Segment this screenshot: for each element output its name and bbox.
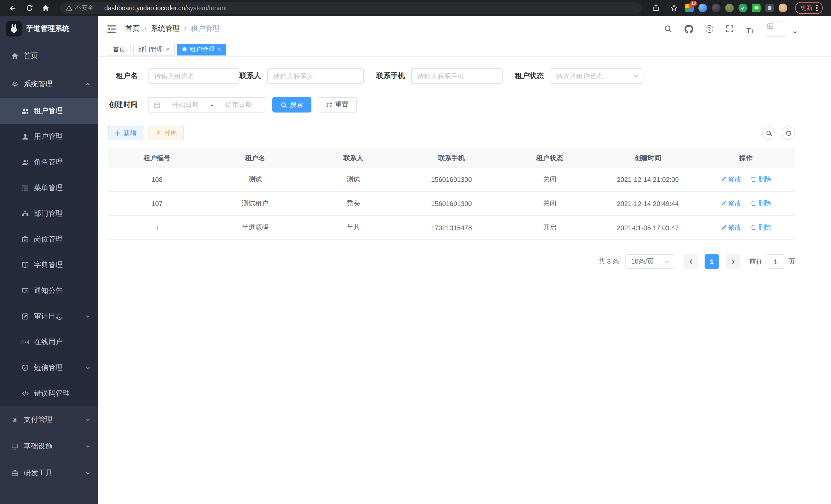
sidebar-item-audit-log[interactable]: 审计日志 — [0, 304, 98, 329]
chevron-down-icon — [85, 365, 90, 370]
tab-label: 租户管理 — [190, 45, 214, 54]
sidebar-item-tenant-management[interactable]: 租户管理 — [0, 98, 98, 124]
sidebar-item-dept-management[interactable]: 部门管理 — [0, 201, 98, 227]
breadcrumb-item[interactable]: 系统管理 — [151, 24, 180, 33]
sidebar-item-notice[interactable]: 通知公告 — [0, 278, 98, 304]
edit-link[interactable]: 修改 — [720, 175, 741, 184]
browser-update-button[interactable]: 更新 — [795, 2, 823, 14]
tab-label: 首页 — [113, 45, 125, 54]
goto-page-input[interactable] — [767, 254, 784, 269]
extension-icon-4[interactable] — [725, 4, 734, 12]
sidebar-item-post-management[interactable]: 岗位管理 — [0, 227, 98, 252]
extension-icon-1[interactable]: 10 — [685, 4, 694, 12]
delete-link[interactable]: 删除 — [751, 223, 772, 232]
address-bar[interactable]: 不安全 dashboard.yudao.iocoder.cn /system/t… — [60, 2, 642, 14]
share-icon[interactable] — [649, 2, 662, 14]
chevron-down-icon — [85, 417, 90, 422]
help-icon[interactable]: ? — [704, 24, 714, 34]
url-host: dashboard.yudao.iocoder.cn — [104, 4, 185, 11]
sidebar-item-dev-tools[interactable]: 研发工具 — [0, 460, 98, 486]
extension-badge: 10 — [690, 1, 697, 6]
sidebar-item-menu-management[interactable]: 菜单管理 — [0, 175, 98, 201]
tab-dept-management[interactable]: 部门管理 × — [133, 43, 175, 55]
search-button[interactable]: 搜索 — [273, 97, 311, 113]
tenant-table: 租户编号 租户名 联系人 联系手机 租户状态 创建时间 操作 108 测试 — [108, 148, 795, 240]
reset-button[interactable]: 重置 — [318, 97, 357, 113]
edit-link[interactable]: 修改 — [720, 199, 741, 208]
refresh-table-button[interactable] — [782, 126, 795, 140]
breadcrumb-item[interactable]: 首页 — [125, 24, 140, 33]
browser-menu-icon[interactable] — [816, 5, 818, 11]
page-size-select[interactable]: 10条/页 — [625, 254, 674, 269]
close-icon[interactable]: × — [218, 46, 221, 52]
browser-refresh-button[interactable] — [23, 2, 36, 14]
edit-label: 修改 — [728, 223, 741, 232]
tab-home[interactable]: 首页 — [108, 43, 131, 55]
date-start-placeholder[interactable]: 开始日期 — [164, 100, 207, 110]
profile-avatar-icon[interactable] — [779, 4, 787, 12]
extension-icon-7[interactable] — [765, 4, 774, 12]
extension-icon-3[interactable] — [712, 4, 720, 12]
security-label: 不安全 — [75, 4, 93, 12]
sidebar-item-payment-management[interactable]: ¥ 支付管理 — [0, 406, 98, 433]
yen-icon: ¥ — [11, 416, 19, 423]
tab-tenant-management[interactable]: 租户管理 × — [177, 43, 226, 55]
page-unit-label: 页 — [789, 257, 795, 266]
extension-icon-5[interactable] — [739, 4, 747, 12]
breadcrumb-item-current: 租户管理 — [191, 24, 220, 33]
header-search-icon[interactable] — [663, 24, 673, 34]
caret-down-icon[interactable] — [793, 30, 798, 35]
bookmark-star-icon[interactable] — [667, 2, 681, 14]
sidebar-collapse-icon[interactable] — [106, 23, 117, 34]
sidebar-item-user-management[interactable]: 用户管理 — [0, 124, 98, 149]
pagination: 共 3 条 10条/页 1 — [108, 254, 795, 269]
sidebar-item-dict-management[interactable]: 字典管理 — [0, 252, 98, 278]
menu-tree-icon — [22, 184, 29, 191]
sidebar-item-label: 角色管理 — [34, 158, 63, 167]
edit-link[interactable]: 修改 — [720, 223, 741, 232]
page-number-button[interactable]: 1 — [705, 254, 719, 269]
col-status: 租户状态 — [500, 149, 599, 167]
active-dot-icon — [182, 47, 187, 51]
col-phone: 联系手机 — [402, 149, 500, 167]
browser-back-button[interactable] — [6, 2, 20, 14]
roles-icon — [22, 159, 29, 166]
edit-label: 修改 — [728, 175, 741, 184]
sidebar-item-home[interactable]: 首页 — [0, 41, 98, 70]
sidebar-item-sms-management[interactable]: 短信管理 — [0, 355, 98, 381]
sidebar-item-infrastructure[interactable]: 基础设施 — [0, 433, 98, 460]
font-size-icon[interactable]: TT — [745, 24, 755, 34]
sidebar-item-error-code-management[interactable]: 错误码管理 — [0, 381, 98, 406]
date-end-placeholder[interactable]: 结束日期 — [217, 100, 261, 110]
user-avatar[interactable] — [766, 21, 786, 36]
page-number: 1 — [710, 258, 714, 265]
user-icon — [22, 133, 29, 140]
add-button[interactable]: 新增 — [108, 126, 143, 140]
delete-link[interactable]: 删除 — [751, 175, 772, 184]
prev-page-button[interactable] — [684, 254, 698, 269]
browser-home-button[interactable] — [39, 2, 52, 14]
gear-icon — [11, 81, 19, 88]
fullscreen-icon[interactable] — [725, 24, 735, 34]
filter-form-row-1: 租户名 联系人 联系手机 租户状态 — [108, 68, 795, 84]
extension-icon-2[interactable] — [698, 4, 707, 12]
export-button[interactable]: 导出 — [148, 126, 184, 140]
github-icon[interactable] — [684, 24, 694, 34]
next-page-button[interactable] — [726, 254, 740, 269]
cell-created: 2021-12-14 20:49:44 — [599, 191, 697, 215]
delete-link[interactable]: 删除 — [751, 199, 772, 208]
badge-icon — [22, 236, 29, 243]
date-range-picker[interactable]: 开始日期 - 结束日期 — [148, 97, 266, 113]
tenant-name-input[interactable] — [148, 68, 239, 84]
extension-icon-6[interactable] — [752, 4, 761, 12]
sidebar-item-system-management[interactable]: 系统管理 — [0, 70, 98, 98]
table-row: 107 测试租户 秃头 15601691300 关闭 2021-12-14 20… — [108, 191, 795, 215]
sidebar-item-role-management[interactable]: 角色管理 — [0, 149, 98, 175]
phone-input[interactable] — [411, 68, 503, 84]
sidebar-item-label: 租户管理 — [34, 106, 63, 116]
status-select[interactable] — [550, 68, 643, 84]
close-icon[interactable]: × — [166, 46, 170, 52]
sidebar-item-online-users[interactable]: 在线用户 — [0, 329, 98, 355]
contact-input[interactable] — [267, 68, 364, 84]
toggle-search-button[interactable] — [762, 126, 775, 140]
